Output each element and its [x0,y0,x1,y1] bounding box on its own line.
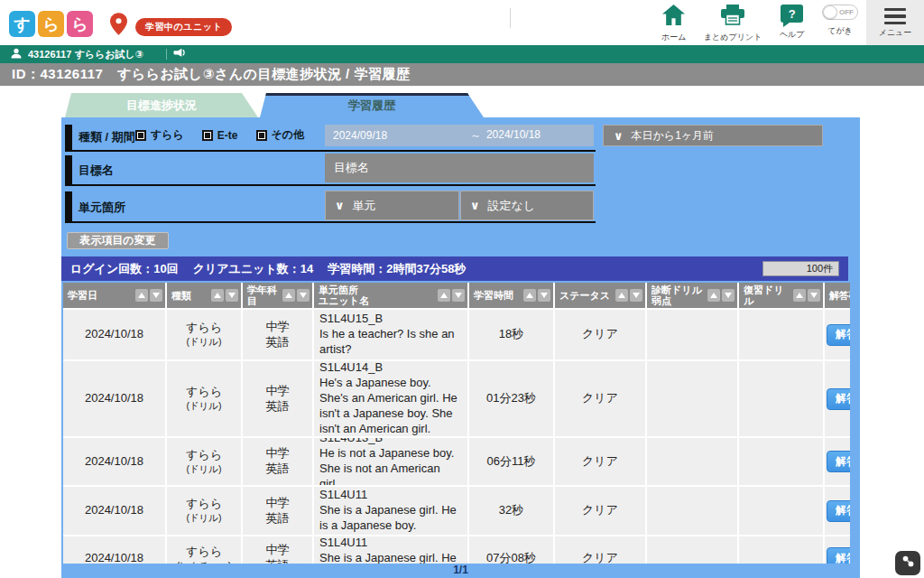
column-label: ステータス [559,290,610,301]
sort-down-button[interactable] [452,289,465,302]
cell-study-date: 2024/10/18 [63,310,165,359]
cell-study-time: 01分23秒 [469,361,553,436]
cell-review-drill [739,536,823,564]
cell-unit: S1L4U15_BIs he a teacher? Is she an arti… [314,310,467,359]
cell-status: クリア [555,361,645,436]
zoom-widget-button[interactable] [895,551,920,575]
sort-up-button[interactable] [793,289,806,302]
megaphone-icon[interactable] [173,46,187,62]
user-bar: 43126117 すららお試し③ [0,45,924,63]
sort-up-button[interactable] [211,289,224,302]
column-label: 種類 [171,290,191,301]
answer-button[interactable]: 解答 [827,547,850,564]
table-row: 2024/10/18すらら(ドリル)中学英語S1L4U15_BIs he a t… [63,310,850,359]
cell-answer-check: 解答 [825,310,850,359]
tab-study-history[interactable]: 学習履歴 [260,93,484,117]
sort-up-button[interactable] [282,289,295,302]
column-header-6: ステータス [555,283,645,308]
sort-down-button[interactable] [538,289,550,302]
surala-logo: す ら ら [9,11,93,37]
toggle-state-label: OFF [839,8,854,16]
filter-underline [65,150,596,152]
answer-button[interactable]: 解答 [827,451,850,472]
checkbox-other[interactable]: その他 [256,127,305,143]
cell-review-drill [739,438,823,485]
chevron-down-icon: ∨ [335,200,345,211]
checkbox-checked-icon [256,130,267,141]
menu-button[interactable]: メニュー [866,0,924,45]
cell-unit: S1L4U11She is a Japanese girl. He is a J… [314,487,467,535]
date-to-field[interactable]: 2024/10/18 [486,128,541,144]
sort-up-button[interactable] [438,289,450,302]
table-body: 2024/10/18すらら(ドリル)中学英語S1L4U15_BIs he a t… [63,310,850,564]
answer-button[interactable]: 解答 [827,324,850,346]
column-header-7: 診断ドリル 弱点 [647,283,737,308]
date-range-fields[interactable]: 2024/09/18 ～ 2024/10/18 [325,125,594,146]
studying-unit-badge[interactable]: 学習中のユニット [135,18,232,36]
sort-down-button[interactable] [150,289,162,302]
chevron-down-icon: ∨ [614,130,624,142]
sort-up-button[interactable] [707,289,720,302]
sort-up-button[interactable] [135,289,148,302]
checkbox-ete[interactable]: E-te [202,129,238,142]
column-label: 診断ドリル 弱点 [651,284,702,307]
nav-print[interactable]: まとめプリント [704,5,762,42]
sort-down-button[interactable] [226,289,238,302]
answer-button[interactable]: 解答 [827,388,850,410]
goal-name-placeholder: 目標名 [334,160,369,176]
unit-setting-dropdown[interactable]: ∨ 設定なし [460,191,594,220]
cell-type: すらら(ドリル) [167,487,241,535]
nav-help[interactable]: ? ヘルプ [780,5,805,42]
cell-study-time: 07分08秒 [469,536,553,564]
filter-row-accent-bar [65,155,72,184]
logo-square-2: ら [38,11,64,37]
column-header-5: 学習時間 [469,283,553,308]
cell-study-time: 32秒 [469,487,553,535]
column-header-4: 単元箇所 ユニット名 [314,283,467,308]
sort-up-button[interactable] [615,289,628,302]
nav-home[interactable]: ホーム [661,5,686,42]
cell-type: すらら(ドリル) [167,310,241,359]
cell-type: すらら(ドリル) [167,361,241,436]
sort-down-button[interactable] [722,289,735,302]
nav-home-label: ホーム [661,32,686,43]
cell-review-drill [739,361,823,436]
goal-name-input[interactable]: 目標名 [325,154,594,182]
unit-dropdown[interactable]: ∨ 単元 [325,191,459,220]
help-icon: ? [781,5,803,23]
column-label: 学年科目 [247,284,281,307]
hamburger-icon [884,8,906,25]
cell-answer-check: 解答 [825,487,850,535]
cell-diagnosis-drill [647,438,737,485]
cell-unit: S1L4U14_BHe's a Japanese boy. She's an A… [314,361,467,436]
cell-status: クリア [555,310,645,359]
pagination[interactable]: 1/1 [61,564,860,578]
zoom-icon [901,554,916,573]
handwriting-toggle[interactable]: OFF [822,5,858,20]
nav-handwriting[interactable]: OFF てがき [822,5,858,42]
sort-up-button[interactable] [523,289,536,302]
cell-answer-check: 解答 [825,438,850,485]
unit-location-label: 単元箇所 [79,200,125,216]
tab-goal-progress-label: 目標進捗状況 [126,98,197,112]
period-preset-dropdown[interactable]: ∨ 本日から1ヶ月前 [603,125,823,146]
answer-button[interactable]: 解答 [827,500,850,522]
checkbox-surala[interactable]: すらら [135,127,184,143]
tab-goal-progress[interactable]: 目標進捗状況 [65,93,258,117]
cell-study-date: 2024/10/18 [63,361,165,436]
sort-down-button[interactable] [630,289,642,302]
sort-down-button[interactable] [808,289,820,302]
change-display-items-button[interactable]: 表示項目の変更 [67,232,169,249]
column-header-3: 学年科目 [243,283,312,308]
sort-down-button[interactable] [297,289,310,302]
page-size-input[interactable]: 100件 [762,261,839,276]
cell-grade-subject: 中学英語 [243,536,312,564]
page-title-bar: ID：43126117 すららお試し③さんの目標進捗状況 / 学習履歴 [0,63,924,86]
header-divider [510,8,511,28]
period-preset-value: 本日から1ヶ月前 [632,128,715,144]
top-header: す ら ら 学習中のユニット ホーム まとめプリント ? ヘルプ OFF [0,0,924,45]
tab-study-history-label: 学習履歴 [348,98,395,112]
date-from-field[interactable]: 2024/09/18 [325,129,470,142]
table-row: 2024/10/18すらら(ドリル)中学英語S1L4U11She is a Ja… [63,487,850,535]
cell-status: クリア [555,536,645,564]
